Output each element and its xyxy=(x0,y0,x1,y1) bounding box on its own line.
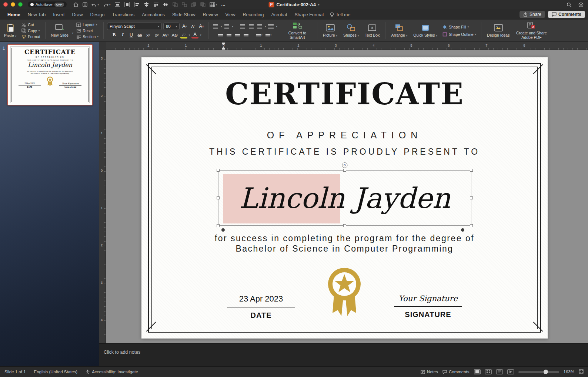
format-painter-button[interactable]: Format xyxy=(20,34,41,39)
ungroup-objects-icon[interactable] xyxy=(181,2,188,7)
align-left-button[interactable] xyxy=(217,31,224,38)
line-spacing-chevron-icon[interactable]: ▾ xyxy=(265,25,266,28)
numbering-button[interactable] xyxy=(223,23,230,30)
selection-drag-dot-right[interactable] xyxy=(461,228,464,232)
strikethrough-button[interactable]: ab xyxy=(136,31,143,38)
font-color-button[interactable]: A xyxy=(191,31,198,38)
justify-button[interactable] xyxy=(243,31,250,38)
new-slide-button[interactable]: New Slide xyxy=(49,23,71,38)
certificate-name[interactable]: Lincoln Jayden xyxy=(218,171,471,225)
align-objects-top-icon[interactable] xyxy=(153,2,160,7)
bold-button[interactable]: B xyxy=(111,31,118,38)
align-objects-center-icon[interactable] xyxy=(143,2,150,7)
medal-graphic[interactable] xyxy=(322,266,367,317)
tab-recording[interactable]: Recording xyxy=(239,11,267,19)
notes-toggle-button[interactable]: Notes xyxy=(421,370,438,374)
align-right-button[interactable] xyxy=(234,31,241,38)
highlight-color-chevron-icon[interactable]: ▾ xyxy=(189,34,190,36)
tab-view[interactable]: View xyxy=(222,11,239,19)
tab-draw[interactable]: Draw xyxy=(68,11,86,19)
arrange-button[interactable]: Arrange ▾ xyxy=(389,23,410,38)
resize-handle-nw[interactable] xyxy=(217,169,220,172)
resize-handle-e[interactable] xyxy=(470,196,473,199)
layout-button[interactable]: Layout ▾ xyxy=(75,22,100,27)
bullets-chevron-icon[interactable]: ▾ xyxy=(221,25,222,28)
minimize-window-button[interactable] xyxy=(11,2,15,7)
resize-handle-sw[interactable] xyxy=(217,224,220,227)
cut-button[interactable]: Cut xyxy=(20,22,41,27)
font-name-combo[interactable]: Pinyon Script▾ xyxy=(107,23,162,30)
assistant-icon[interactable] xyxy=(578,2,584,8)
redo-button[interactable]: ▾ xyxy=(102,2,111,7)
save-icon[interactable] xyxy=(82,2,88,7)
zoom-window-button[interactable] xyxy=(18,2,23,7)
accessibility-status[interactable]: Accessibility: Investigate xyxy=(86,370,138,374)
resize-handle-n[interactable] xyxy=(343,169,346,172)
date-block[interactable]: 23 Apr 2023 DATE xyxy=(224,294,298,320)
reset-button[interactable]: Reset xyxy=(75,28,100,33)
selection-drag-dot-left[interactable] xyxy=(221,228,225,232)
new-slide-chevron-icon[interactable]: ▾ xyxy=(72,32,74,34)
distribute-columns-icon[interactable] xyxy=(124,2,131,7)
name-text-box[interactable]: Lincoln Jayden ↻ xyxy=(218,170,471,226)
tab-acrobat[interactable]: Acrobat xyxy=(267,11,291,19)
tab-animations[interactable]: Animations xyxy=(138,11,168,19)
comments-toggle-button[interactable]: Comments xyxy=(442,370,470,374)
paste-button[interactable]: Paste ▾ xyxy=(2,23,19,38)
language-selector[interactable]: English (United States) xyxy=(34,370,78,374)
resize-handle-w[interactable] xyxy=(217,196,220,199)
signature-block[interactable]: Your Signature SIGNATURE xyxy=(391,294,465,319)
tab-new-tab[interactable]: New Tab xyxy=(24,11,49,19)
section-button[interactable]: Section ▾ xyxy=(75,34,100,39)
font-color-chevron-icon[interactable]: ▾ xyxy=(200,34,201,36)
undo-button[interactable]: ▾ xyxy=(91,2,100,7)
slideshow-view-button[interactable] xyxy=(507,369,514,374)
resize-handle-se[interactable] xyxy=(470,224,473,227)
reading-view-button[interactable] xyxy=(496,369,503,374)
search-icon[interactable] xyxy=(566,2,572,8)
slide-sorter-view-button[interactable] xyxy=(485,369,492,374)
certificate-subtitle[interactable]: OF APPRECIATION xyxy=(141,130,548,141)
quick-styles-button[interactable]: Quick Styles ▾ xyxy=(411,23,440,38)
slide-1[interactable]: CERTIFICATE OF APPRECIATION THIS CERTIFI… xyxy=(141,57,548,339)
fit-slide-button[interactable] xyxy=(579,369,584,374)
decrease-indent-button[interactable] xyxy=(239,23,246,30)
tab-insert[interactable]: Insert xyxy=(49,11,68,19)
distribute-rows-icon[interactable] xyxy=(114,2,121,7)
align-objects-left-icon[interactable] xyxy=(133,2,140,7)
zoom-slider[interactable] xyxy=(518,371,559,373)
home-icon[interactable] xyxy=(73,2,79,7)
more-commands-icon[interactable]: … xyxy=(220,1,227,7)
copy-button[interactable]: Copy ▾ xyxy=(20,28,41,33)
convert-to-smartart-button[interactable]: Convert to SmartArt xyxy=(279,20,315,41)
bullets-button[interactable] xyxy=(212,23,219,30)
zoom-slider-thumb[interactable] xyxy=(544,370,548,374)
slide-canvas[interactable]: CERTIFICATE OF APPRECIATION THIS CERTIFI… xyxy=(106,50,588,343)
share-button[interactable]: Share xyxy=(519,11,545,18)
notes-pane[interactable]: Click to add notes xyxy=(99,343,588,366)
increase-font-size-button[interactable]: A^ xyxy=(181,23,188,30)
decrease-font-size-button[interactable]: Aˇ xyxy=(190,23,197,30)
title-chevron-icon[interactable]: ▾ xyxy=(318,3,320,6)
columns-button[interactable] xyxy=(267,23,274,30)
shape-fill-button[interactable]: Shape Fill ▾ xyxy=(441,24,478,30)
align-objects-middle-icon[interactable] xyxy=(162,2,169,7)
zoom-level[interactable]: 163% xyxy=(564,370,574,374)
horizontal-ruler[interactable]: 21012345678 xyxy=(106,42,588,50)
italic-button[interactable]: I xyxy=(119,31,126,38)
rotate-handle[interactable]: ↻ xyxy=(342,162,348,168)
text-direction-button[interactable]: ▾ xyxy=(255,31,263,38)
tell-me-button[interactable]: Tell me xyxy=(330,12,351,17)
autosave-toggle[interactable]: AutoSave OFF xyxy=(28,1,67,7)
slide-thumbnail[interactable]: CERTIFICATE OF APPRECIATION THIS CERTIFI… xyxy=(7,44,93,105)
comments-button[interactable]: Comments xyxy=(548,11,585,18)
font-size-combo[interactable]: 80▾ xyxy=(163,23,180,30)
certificate-presented-line[interactable]: THIS CERTIFICATE IS PROUDLY PRESENT TO xyxy=(141,147,548,157)
highlight-color-button[interactable] xyxy=(180,31,187,38)
numbering-chevron-icon[interactable]: ▾ xyxy=(232,25,233,28)
close-window-button[interactable] xyxy=(3,2,8,7)
certificate-body[interactable]: for success in completing the program fo… xyxy=(141,233,548,254)
send-backward-icon[interactable] xyxy=(200,2,206,7)
increase-indent-button[interactable] xyxy=(248,23,255,30)
line-spacing-button[interactable] xyxy=(256,23,263,30)
